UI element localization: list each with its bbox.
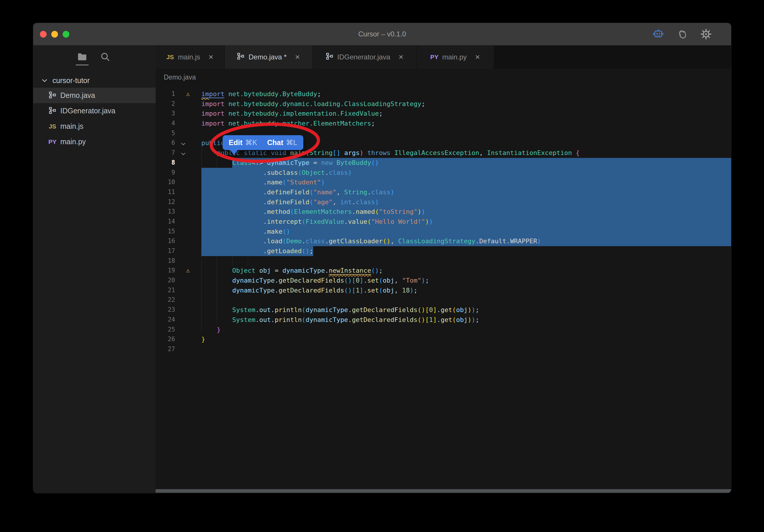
code-text: .defineField("age", int.class) [201,198,379,206]
edit-button[interactable]: Edit ⌘K [229,138,257,147]
root-folder-label: cursor-tutor [53,76,90,85]
fold-chevron-icon[interactable] [180,150,187,156]
code-line-21[interactable]: 21 dynamicType.getDeclaredFields()[1].se… [156,285,731,295]
java-file-icon [49,91,56,99]
code-line-16[interactable]: 16 .load(Demo.class.getClassLoader(), Cl… [156,236,731,246]
tab-main-js[interactable]: JSmain.js× [156,46,225,69]
code-text: .load(Demo.class.getClassLoader(), Class… [201,238,541,245]
indent-guide [248,256,248,266]
code-text: } [201,326,221,333]
fold-chevron-icon[interactable] [180,140,187,146]
code-line-19[interactable]: 19⚠ Object obj = dynamicType.newInstance… [156,266,731,275]
app-window: Cursor – v0.1.0 [33,23,731,493]
javascript-file-icon: JS [166,54,174,61]
code-line-20[interactable]: 20 dynamicType.getDeclaredFields()[0].se… [156,275,731,285]
code-text: import net.bytebuddy.ByteBuddy; [201,90,321,97]
line-number: 27 [156,344,175,354]
close-icon[interactable]: × [209,53,213,61]
tab-bar: JSmain.js×Demo.java *×IDGenerator.java×P… [156,46,731,69]
line-number: 15 [156,227,175,237]
line-number: 10 [156,177,175,187]
line-number: 19 [156,266,175,275]
indent-guide [217,295,217,305]
code-text: .getLoaded(); [201,247,313,255]
line-number: 21 [156,285,175,295]
line-number: 20 [156,275,175,285]
code-line-1[interactable]: 1⚠import net.bytebuddy.ByteBuddy; [156,89,731,99]
search-icon[interactable] [99,51,111,63]
line-number: 22 [156,295,175,305]
indent-guide [232,256,233,266]
edit-chat-popup: Edit ⌘K Chat ⌘L [223,135,303,150]
code-line-26[interactable]: 26} [156,334,731,344]
chat-button[interactable]: Chat ⌘L [267,138,297,147]
code-line-17[interactable]: 17 .getLoaded(); [156,246,731,256]
sidebar: cursor-tutor Demo.javaIDGenerator.javaJS… [33,46,156,493]
code-line-18[interactable]: 18 [156,256,731,266]
sidebar-item-demo-java[interactable]: Demo.java [33,88,156,103]
tab-demo-java-[interactable]: Demo.java *× [225,46,313,69]
files-panel-icon[interactable] [76,51,88,63]
sidebar-item-main-py[interactable]: PYmain.py [33,134,156,149]
code-line-15[interactable]: 15 .make() [156,227,731,237]
editor-area: JSmain.js×Demo.java *×IDGenerator.java×P… [156,46,731,493]
code-line-8[interactable]: 8 Class<?> dynamicType = new ByteBuddy() [156,158,731,168]
breadcrumb-file: Demo.java [164,74,196,81]
line-number: 9 [156,168,175,178]
indent-guide [201,256,202,266]
javascript-file-icon: JS [49,123,56,130]
code-line-24[interactable]: 24 System.out.println(dynamicType.getDec… [156,315,731,325]
code-line-27[interactable]: 27 [156,344,731,354]
code-text: .name("Student") [201,179,325,186]
code-line-22[interactable]: 22 [156,295,731,305]
file-label: main.py [60,137,86,146]
code-text: .make() [201,228,290,235]
sidebar-item-main-js[interactable]: JSmain.js [33,118,156,134]
code-text: import net.bytebuddy.matcher.ElementMatc… [201,120,375,127]
code-line-9[interactable]: 9 .subclass(Object.class) [156,168,731,178]
robot-icon[interactable] [653,28,664,40]
code-line-13[interactable]: 13 .method(ElementMatchers.named("toStri… [156,207,731,217]
gear-icon[interactable] [700,28,712,40]
tab-main-py[interactable]: PYmain.py× [417,46,494,69]
close-icon[interactable]: × [295,53,300,61]
popup-tail [230,150,238,155]
sidebar-item-idgenerator-java[interactable]: IDGenerator.java [33,103,156,118]
code-editor[interactable]: 1⚠import net.bytebuddy.ByteBuddy;2import… [156,86,731,493]
line-number: 7 [156,148,175,158]
warning-icon: ⚠ [186,266,190,275]
code-text: dynamicType.getDeclaredFields()[1].set(o… [201,287,418,294]
titlebar-actions [653,23,712,45]
tab-label: Demo.java * [249,53,287,61]
close-icon[interactable]: × [475,53,480,61]
code-text: .subclass(Object.class) [201,169,352,176]
line-number: 2 [156,99,175,109]
line-number: 4 [156,118,175,128]
code-line-23[interactable]: 23 System.out.println(dynamicType.getDec… [156,305,731,315]
tab-idgenerator-java[interactable]: IDGenerator.java× [313,46,417,69]
line-number: 3 [156,109,175,118]
line-number: 14 [156,217,175,227]
code-line-3[interactable]: 3import net.bytebuddy.implementation.Fix… [156,109,731,118]
code-line-2[interactable]: 2import net.bytebuddy.dynamic.loading.Cl… [156,99,731,109]
code-text: System.out.println(dynamicType.getDeclar… [201,316,479,323]
code-line-12[interactable]: 12 .defineField("age", int.class) [156,197,731,207]
code-line-11[interactable]: 11 .defineField("name", String.class) [156,187,731,197]
file-tree: cursor-tutor Demo.javaIDGenerator.javaJS… [33,73,156,149]
code-text: import net.bytebuddy.dynamic.loading.Cla… [201,100,425,107]
code-line-10[interactable]: 10 .name("Student") [156,177,731,187]
code-line-4[interactable]: 4import net.bytebuddy.matcher.ElementMat… [156,118,731,128]
close-icon[interactable]: × [399,53,403,61]
warning-icon: ⚠ [186,89,190,99]
file-label: main.js [60,122,83,130]
code-text: dynamicType.getDeclaredFields()[0].set(o… [201,277,429,284]
horizontal-scrollbar[interactable] [156,489,731,493]
code-line-14[interactable]: 14 .intercept(FixedValue.value("Hello Wo… [156,217,731,227]
java-file-icon [237,53,244,62]
line-number: 25 [156,325,175,335]
indent-guide [217,256,217,266]
code-line-25[interactable]: 25 } [156,325,731,335]
java-file-icon [326,53,333,62]
tree-root-folder[interactable]: cursor-tutor [33,73,156,88]
hand-wave-icon[interactable] [676,28,688,40]
